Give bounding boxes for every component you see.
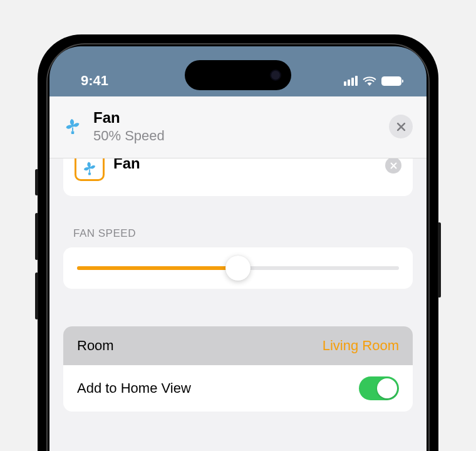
room-value: Living Room <box>323 338 399 354</box>
svg-rect-4 <box>88 172 91 175</box>
toggle-knob <box>377 378 397 398</box>
side-button <box>35 169 38 195</box>
front-camera <box>270 70 281 81</box>
fan-speed-slider[interactable] <box>77 266 399 270</box>
accessory-title: Fan <box>113 158 376 172</box>
home-view-toggle[interactable] <box>359 376 399 400</box>
fan-icon <box>81 160 98 177</box>
cellular-signal-icon <box>344 76 358 86</box>
home-view-label: Add to Home View <box>77 380 191 397</box>
sheet-title: Fan <box>93 109 378 127</box>
settings-list: Room Living Room Add to Home View <box>63 326 413 412</box>
svg-rect-1 <box>71 132 75 135</box>
home-view-row: Add to Home View <box>63 365 413 412</box>
sheet-content: Fan 50% Speed <box>49 96 427 451</box>
power-button <box>438 222 441 298</box>
fan-icon <box>63 117 82 136</box>
battery-icon <box>381 76 401 86</box>
wifi-icon <box>363 76 376 86</box>
close-icon <box>390 162 397 169</box>
slider-fill <box>77 266 238 270</box>
accessory-close-button[interactable] <box>385 158 401 174</box>
accessory-card[interactable]: Fan <box>63 158 413 196</box>
dynamic-island <box>185 60 291 90</box>
room-row[interactable]: Room Living Room <box>63 326 413 365</box>
sheet-subtitle: 50% Speed <box>93 128 378 144</box>
room-label: Room <box>77 338 114 354</box>
close-icon <box>396 122 406 132</box>
fan-speed-label: FAN SPEED <box>73 227 403 240</box>
volume-down-button <box>35 272 38 319</box>
slider-thumb[interactable] <box>225 256 251 281</box>
status-time: 9:41 <box>81 73 108 89</box>
volume-up-button <box>35 213 38 260</box>
screen: 9:41 <box>49 46 427 451</box>
sheet-header: Fan 50% Speed <box>49 96 427 158</box>
fan-speed-slider-card <box>63 247 413 289</box>
status-icons <box>344 76 401 86</box>
phone-frame: 9:41 <box>38 34 438 451</box>
close-button[interactable] <box>389 115 413 138</box>
accessory-icon-box <box>75 158 105 181</box>
